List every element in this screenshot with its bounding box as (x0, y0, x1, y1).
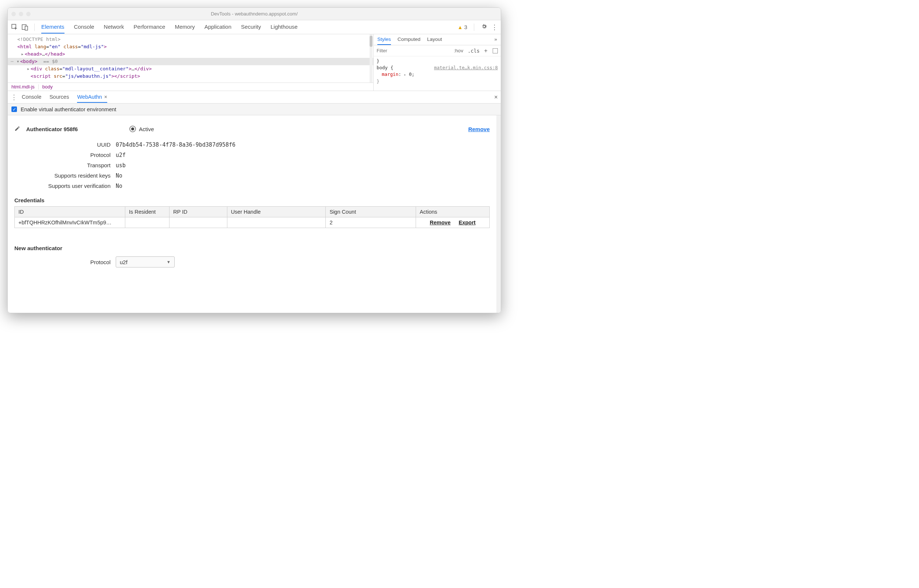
css-close-brace: } (376, 58, 380, 64)
cred-id: +bfTQHHRzKOfhilMnvIvCIkWTm5p9… (15, 217, 125, 228)
tab-network[interactable]: Network (104, 21, 124, 34)
col-actions[interactable]: Actions (416, 207, 490, 217)
cred-export-link[interactable]: Export (459, 220, 476, 226)
col-user-handle[interactable]: User Handle (227, 207, 326, 217)
drawer-tab-console[interactable]: Console (22, 92, 41, 103)
device-toggle-icon[interactable] (21, 23, 29, 31)
drawer-close-icon[interactable]: × (494, 94, 498, 101)
active-radio-label: Active (139, 126, 154, 132)
toggle-hov[interactable]: :hov (452, 48, 466, 53)
collapse-triangle-icon[interactable]: ▾ (16, 58, 20, 65)
active-radio[interactable] (129, 126, 136, 132)
css-close-brace: } (376, 79, 380, 84)
close-tab-icon[interactable]: × (104, 94, 107, 100)
cred-actions: Remove Export (416, 217, 490, 228)
styles-tab-computed[interactable]: Computed (397, 37, 420, 45)
tab-security[interactable]: Security (241, 21, 261, 34)
new-authenticator-section: New authenticator Protocol u2f ▼ (15, 245, 490, 268)
css-value[interactable]: 0 (409, 71, 412, 77)
css-selector[interactable]: body { (376, 65, 393, 70)
cred-sign-count: 2 (326, 217, 416, 228)
drawer-more-icon[interactable]: ⋮ (11, 93, 17, 101)
col-is-resident[interactable]: Is Resident (125, 207, 170, 217)
css-source-link[interactable]: material.te…k.min.css:8 (434, 65, 498, 71)
drawer-tabs: ⋮ Console Sources WebAuthn × × (8, 91, 501, 103)
active-radio-group: Active (129, 126, 154, 132)
resident-keys-label: Supports resident keys (15, 173, 116, 179)
dom-body-selected[interactable]: ⋯ ▾<body> == $0 (8, 58, 373, 65)
warnings-count: 3 (464, 24, 467, 30)
window-title: DevTools - webauthndemo.appspot.com/ (8, 11, 501, 16)
tab-performance[interactable]: Performance (134, 21, 165, 34)
breadcrumb-body[interactable]: body (39, 84, 57, 89)
credentials-header-row: ID Is Resident RP ID User Handle Sign Co… (15, 207, 490, 217)
scrollbar-thumb[interactable] (370, 36, 373, 47)
expand-triangle-icon[interactable]: ▸ (21, 50, 25, 58)
user-verification-label: Supports user verification (15, 183, 116, 189)
separator (474, 24, 474, 31)
dom-doctype[interactable]: <!DOCTYPE html> (17, 37, 60, 42)
tab-elements[interactable]: Elements (41, 21, 65, 34)
new-protocol-select[interactable]: u2f ▼ (116, 257, 174, 268)
styles-pane: Styles Computed Layout » :hov .cls + } b… (374, 34, 501, 90)
dom-div[interactable]: <div class="mdl-layout__container">…</di… (31, 66, 152, 71)
resident-keys-value: No (116, 173, 122, 179)
protocol-value: u2f (116, 152, 126, 158)
styles-filter-input[interactable] (374, 48, 418, 53)
styles-more-icon[interactable]: » (494, 37, 497, 45)
window-titlebar: DevTools - webauthndemo.appspot.com/ (8, 8, 501, 20)
warnings-badge[interactable]: ▲ 3 (458, 24, 467, 30)
dom-script[interactable]: <script src="js/webauthn.js"></script> (31, 73, 140, 79)
dom-tree[interactable]: <!DOCTYPE html> <html lang="en" class="m… (8, 34, 374, 90)
protocol-label: Protocol (15, 152, 116, 158)
tab-application[interactable]: Application (205, 21, 231, 34)
cred-user-handle (227, 217, 326, 228)
tab-memory[interactable]: Memory (174, 21, 195, 34)
new-authenticator-form: Protocol u2f ▼ (15, 257, 490, 268)
remove-authenticator-link[interactable]: Remove (468, 126, 490, 132)
cred-remove-link[interactable]: Remove (430, 220, 450, 226)
expand-triangle-icon[interactable]: ▸ (404, 73, 406, 77)
css-rule[interactable]: } body { material.te…k.min.css:8 margin:… (374, 57, 501, 86)
styles-filter-row: :hov .cls + (374, 45, 501, 57)
edit-pencil-icon[interactable] (15, 126, 21, 132)
drawer-tab-sources[interactable]: Sources (49, 92, 69, 103)
toolbar-right: ▲ 3 ⋮ (458, 23, 498, 31)
more-menu-icon[interactable]: ⋮ (491, 23, 498, 31)
styles-tab-layout[interactable]: Layout (427, 37, 442, 45)
col-id[interactable]: ID (15, 207, 125, 217)
enable-virtual-authn-label: Enable virtual authenticator environment (21, 107, 116, 112)
tab-console[interactable]: Console (74, 21, 94, 34)
webauthn-panel: Authenticator 958f6 Active Remove UUID07… (8, 115, 501, 313)
inspect-element-icon[interactable] (11, 23, 19, 31)
drawer-tab-webauthn[interactable]: WebAuthn × (77, 92, 107, 103)
dom-head[interactable]: <head>…</head> (25, 51, 65, 57)
transport-label: Transport (15, 162, 116, 169)
uuid-label: UUID (15, 142, 116, 148)
credentials-heading: Credentials (15, 197, 490, 204)
authenticator-title: Authenticator 958f6 (26, 126, 78, 132)
chevron-down-icon: ▼ (166, 260, 171, 264)
toggle-panel-icon[interactable] (493, 48, 498, 53)
authenticator-header: Authenticator 958f6 Active Remove (15, 126, 490, 132)
toggle-cls[interactable]: .cls (465, 48, 482, 54)
styles-tabs: Styles Computed Layout » (374, 34, 501, 45)
main-tabs: Elements Console Network Performance Mem… (41, 21, 298, 34)
separator (34, 24, 35, 31)
col-rp-id[interactable]: RP ID (170, 207, 227, 217)
breadcrumb-html[interactable]: html.mdl-js (8, 84, 38, 89)
new-style-rule-icon[interactable]: + (482, 47, 490, 54)
settings-gear-icon[interactable] (481, 23, 488, 31)
new-protocol-label: Protocol (15, 259, 116, 265)
expand-triangle-icon[interactable]: ▸ (27, 65, 31, 73)
dom-breadcrumb: html.mdl-js body (8, 82, 373, 90)
uuid-value: 07b4db54-7538-4f78-8a36-9bd387d958f6 (116, 142, 236, 148)
col-sign-count[interactable]: Sign Count (326, 207, 416, 217)
tab-lighthouse[interactable]: Lighthouse (270, 21, 297, 34)
svg-rect-2 (25, 26, 27, 30)
css-property[interactable]: margin (382, 71, 398, 77)
dom-html[interactable]: <html lang="en" class="mdl-js"> (17, 44, 107, 49)
enable-virtual-authn-checkbox[interactable]: ✓ (11, 107, 17, 112)
new-authenticator-heading: New authenticator (15, 245, 490, 251)
styles-tab-styles[interactable]: Styles (377, 37, 391, 45)
